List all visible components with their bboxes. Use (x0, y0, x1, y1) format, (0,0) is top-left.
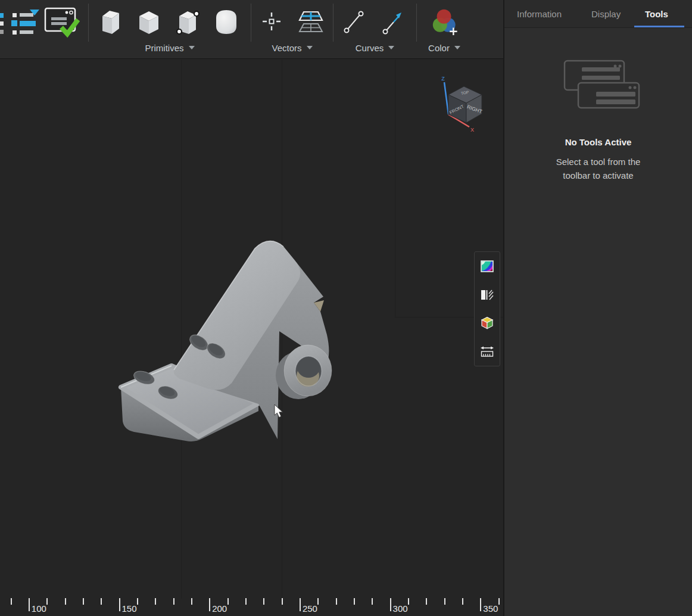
right-panel: Information Display Tools No Tools Activ… (503, 0, 692, 616)
chevron-down-icon (189, 46, 195, 49)
list-select-button[interactable] (8, 4, 43, 39)
tools-empty-state: No Tools Active Select a tool from the t… (504, 28, 692, 182)
chevron-down-icon (388, 46, 394, 49)
chevron-down-icon (307, 46, 313, 49)
box-icon (136, 7, 162, 36)
measure-icon (481, 346, 494, 357)
color-circles-add-icon (430, 5, 459, 38)
model-bracket[interactable] (0, 60, 503, 616)
color-dropdown[interactable]: Color (417, 43, 472, 57)
axis-x-label: X (470, 127, 474, 133)
active-tab-underline (634, 26, 684, 27)
rounded-box-icon (213, 7, 239, 36)
chevron-down-icon (454, 46, 460, 49)
apply-check-button[interactable] (43, 4, 81, 39)
top-toolbar: Primitives (0, 0, 503, 59)
box-slab-icon (97, 7, 123, 36)
curves-dropdown[interactable]: Curves (333, 43, 416, 57)
color-circles-add-button[interactable] (430, 4, 459, 39)
stacked-planes-button[interactable] (297, 4, 325, 39)
vectors-label: Vectors (272, 43, 301, 53)
toolbar-group-color: Color (417, 0, 472, 59)
point-crosshair-button[interactable] (257, 4, 286, 39)
apply-check-icon (43, 5, 80, 38)
mouse-cursor (274, 404, 285, 419)
colormap-icon (481, 260, 494, 272)
curves-label: Curves (356, 43, 384, 53)
viewport-side-toolbar (474, 251, 500, 366)
list-select-icon (10, 6, 41, 37)
toolbar-group-primitives: Primitives (89, 0, 251, 59)
box-slab-button[interactable] (96, 4, 124, 39)
primitives-label: Primitives (145, 43, 183, 53)
orientation-cube-button[interactable] (476, 312, 498, 334)
clip-plane-button[interactable] (476, 284, 498, 306)
colormap-button[interactable] (476, 256, 498, 277)
primitives-dropdown[interactable]: Primitives (89, 43, 251, 57)
tool-panels-icon (533, 58, 664, 126)
tab-information[interactable]: Information (517, 0, 562, 27)
vectors-dropdown[interactable]: Vectors (251, 43, 333, 57)
box-button[interactable] (135, 4, 163, 39)
color-label: Color (428, 43, 450, 53)
box-corners-icon (174, 7, 201, 36)
line-segment-button[interactable] (339, 4, 368, 39)
toolbar-group-curves: Curves (333, 0, 416, 59)
empty-state-title: No Tools Active (504, 137, 692, 147)
line-segment-icon (341, 7, 367, 36)
line-arrow-button[interactable] (379, 4, 407, 39)
box-corners-button[interactable] (173, 4, 202, 39)
toolbar-button-partial[interactable] (0, 4, 8, 39)
clip-plane-icon (481, 289, 494, 301)
tab-tools[interactable]: Tools (645, 0, 668, 27)
panel-tab-bar: Information Display Tools (504, 0, 692, 28)
axis-z-label: Z (441, 76, 445, 82)
toolbar-group-vectors: Vectors (251, 0, 333, 59)
tab-display[interactable]: Display (591, 0, 621, 27)
list-partial-icon (0, 8, 6, 39)
view-cube[interactable]: TOP FRONT RIGHT Z X (434, 75, 487, 136)
measure-button[interactable] (476, 341, 498, 362)
point-crosshair-icon (258, 8, 285, 35)
line-arrow-icon (380, 7, 406, 36)
toolbar-quick-group (0, 0, 88, 43)
rounded-box-button[interactable] (212, 4, 241, 39)
viewport-3d[interactable]: TOP FRONT RIGHT Z X (0, 60, 503, 616)
stacked-planes-icon (297, 8, 325, 35)
empty-state-message: Select a tool from the toolbar to activa… (504, 155, 692, 182)
orientation-cube-icon (480, 316, 494, 330)
app-window: Primitives (0, 0, 692, 616)
